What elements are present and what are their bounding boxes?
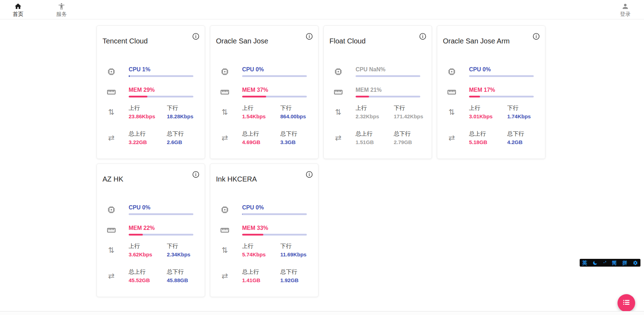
gear-icon[interactable]	[633, 260, 638, 266]
total-upload-label: 总上行	[356, 130, 394, 137]
cpu-row: CPU 0%	[437, 66, 545, 77]
nav-item-services[interactable]: 服务	[56, 2, 67, 17]
info-icon[interactable]	[532, 32, 540, 40]
cpu-chip-icon	[107, 67, 116, 76]
card-header: Tencent Cloud	[97, 26, 205, 45]
cpu-row: CPU NaN%	[324, 66, 432, 77]
mem-row: MEM 17%	[437, 87, 545, 97]
server-card: Oracle San Jose Arm	[437, 25, 545, 159]
total-upload-value: 1.51GB	[356, 139, 394, 145]
server-card: Oracle San Jose CP	[210, 25, 318, 159]
upload-speed: 上行 23.86Kbps	[129, 105, 167, 120]
mem-progressbar	[469, 96, 534, 97]
server-title: Ink HKCERA	[216, 175, 257, 183]
cpu-progress-fill	[129, 75, 130, 77]
upload-label: 上行	[129, 105, 167, 112]
download-label: 下行	[507, 105, 531, 112]
upload-value: 3.01Kbps	[469, 113, 507, 120]
total-download-label: 总下行	[280, 130, 297, 137]
total-upload-label: 总上行	[129, 130, 167, 137]
total-upload: 总上行 4.69GB	[242, 130, 280, 145]
ime-toolbar: 英 ·’ 简 拼	[580, 259, 640, 267]
download-label: 下行	[394, 105, 423, 112]
net-speed-row: ⇅ 上行 1.54Kbps 下行 864.00bps	[210, 105, 318, 120]
ime-language-toggle[interactable]: 英	[582, 259, 587, 267]
download-speed: 下行 2.34Kbps	[167, 243, 191, 258]
info-icon[interactable]	[419, 32, 427, 40]
nav-item-home[interactable]: 首页	[13, 2, 23, 17]
cpu-row: CPU 0%	[97, 204, 205, 215]
nav-item-login[interactable]: 登录	[620, 2, 631, 17]
card-header: AZ HK	[97, 164, 205, 183]
mem-progress-fill	[242, 234, 263, 236]
cpu-progressbar	[242, 213, 307, 215]
cpu-row: CPU 1%	[97, 66, 205, 77]
cpu-progressbar	[242, 75, 307, 77]
net-total-row: ⇄ 总上行 3.22GB 总下行 2.6GB	[97, 130, 205, 145]
cpu-progressbar	[356, 75, 420, 77]
server-title: AZ HK	[103, 175, 123, 183]
mem-progressbar	[242, 96, 307, 97]
total-download-value: 3.3GB	[280, 139, 297, 145]
cards-grid: Tencent Cloud CPU	[96, 25, 551, 297]
mem-row: MEM 22%	[97, 225, 205, 236]
server-title: Oracle San Jose	[216, 37, 268, 45]
total-upload: 总上行 3.22GB	[129, 130, 167, 145]
leftright-arrows-icon: ⇄	[334, 134, 343, 142]
ruler-icon	[107, 226, 116, 235]
updown-arrows-icon: ⇅	[220, 108, 229, 116]
cpu-metric: CPU 0%	[129, 204, 193, 215]
accessibility-icon	[58, 2, 65, 10]
total-upload-label: 总上行	[469, 130, 507, 137]
mem-value: MEM 29%	[129, 87, 193, 94]
server-card: Float Cloud CPU Na	[323, 25, 432, 159]
total-upload-value: 1.41GB	[242, 277, 280, 284]
card-header: Oracle San Jose	[210, 26, 318, 45]
ime-punctuation-toggle[interactable]: ·’	[603, 259, 607, 267]
server-list-fab[interactable]	[617, 294, 635, 312]
total-download-value: 4.2GB	[507, 139, 524, 145]
cpu-chip-icon	[220, 205, 229, 214]
ime-simplified-toggle[interactable]: 简	[612, 259, 617, 267]
cpu-value: CPU 0%	[242, 66, 307, 73]
total-upload-value: 45.52GB	[129, 277, 167, 284]
mem-value: MEM 22%	[129, 225, 193, 232]
mem-progress-fill	[129, 234, 143, 236]
card-header: Float Cloud	[324, 26, 432, 45]
total-download-label: 总下行	[394, 130, 412, 137]
upload-value: 1.54Kbps	[242, 113, 280, 120]
total-upload: 总上行 1.51GB	[356, 130, 394, 145]
ruler-icon	[220, 226, 229, 235]
download-value: 2.34Kbps	[167, 251, 191, 258]
info-icon[interactable]	[305, 32, 313, 40]
cpu-row: CPU 0%	[210, 204, 318, 215]
cpu-progress-fill	[242, 213, 242, 215]
total-download: 总下行 2.6GB	[167, 130, 184, 145]
mem-metric: MEM 37%	[242, 87, 307, 97]
mem-progress-fill	[469, 96, 480, 97]
moon-icon[interactable]	[592, 260, 598, 266]
ime-pinyin-toggle[interactable]: 拼	[622, 259, 627, 267]
card-header: Ink HKCERA	[210, 164, 318, 183]
nav-home-label: 首页	[13, 11, 23, 17]
mem-value: MEM 21%	[356, 87, 420, 94]
leftright-arrows-icon: ⇄	[447, 134, 456, 142]
upload-speed: 上行 3.62Kbps	[129, 243, 167, 258]
info-icon[interactable]	[305, 171, 313, 178]
total-download-label: 总下行	[507, 130, 524, 137]
download-speed: 下行 18.28Kbps	[167, 105, 193, 120]
mem-row: MEM 37%	[210, 87, 318, 97]
download-speed: 下行 11.69Kbps	[280, 243, 306, 258]
total-download-value: 2.6GB	[167, 139, 184, 145]
info-icon[interactable]	[192, 171, 200, 178]
info-icon[interactable]	[192, 32, 200, 40]
cpu-progressbar	[129, 75, 193, 77]
home-icon	[14, 2, 22, 10]
cpu-metric: CPU 1%	[129, 66, 193, 77]
total-upload-label: 总上行	[242, 130, 280, 137]
upload-label: 上行	[242, 243, 280, 250]
nav-services-label: 服务	[56, 11, 67, 17]
upload-label: 上行	[129, 243, 167, 250]
mem-metric: MEM 17%	[469, 87, 534, 97]
total-upload: 总上行 1.41GB	[242, 268, 280, 284]
